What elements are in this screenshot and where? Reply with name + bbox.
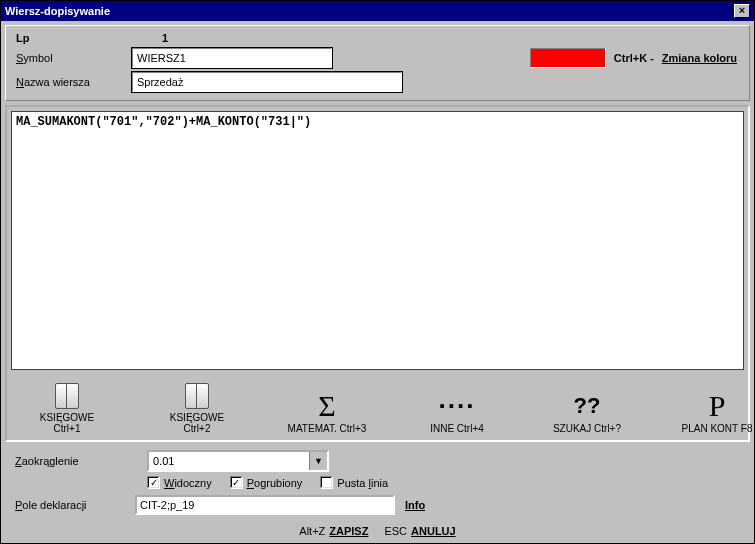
action-bar: Alt+Z ZAPISZ ESC ANULUJ (1, 517, 754, 543)
dots-icon: ···· (439, 391, 476, 421)
toolbar-label: KSIĘGOWE Ctrl+2 (155, 412, 239, 434)
save-shortcut: Alt+Z (299, 525, 325, 537)
cancel-button[interactable]: ANULUJ (411, 525, 456, 537)
ctrl-k-label: Ctrl+K - (614, 52, 654, 64)
save-button[interactable]: ZAPISZ (329, 525, 368, 537)
bold-checkbox[interactable]: ✓ Pogrubiony (230, 476, 303, 489)
editor-panel: MA_SUMAKONT("701","702")+MA_KONTO("731|"… (5, 105, 750, 442)
question-icon: ?? (574, 391, 601, 421)
toolbar-button-3[interactable]: ····INNE Ctrl+4 (415, 391, 499, 434)
letter-p-icon: P (709, 391, 726, 421)
rounding-input[interactable] (149, 452, 309, 470)
color-swatch[interactable] (530, 48, 606, 68)
window: Wiersz-dopisywanie × Lp 1 Symbol Nazwa w… (0, 0, 755, 544)
book-icon (54, 380, 80, 410)
sigma-icon: Σ (318, 391, 335, 421)
toolbar-label: SZUKAJ Ctrl+? (553, 423, 621, 434)
rounding-label: Zaokrąglenie (15, 455, 125, 467)
toolbar-button-0[interactable]: KSIĘGOWE Ctrl+1 (25, 380, 109, 434)
toolbar-label: KSIĘGOWE Ctrl+1 (25, 412, 109, 434)
toolbar: KSIĘGOWE Ctrl+1KSIĘGOWE Ctrl+2ΣMATEMAT. … (7, 376, 748, 440)
checkbox-box: ✓ (147, 476, 160, 489)
toolbar-label: MATEMAT. Ctrl+3 (288, 423, 367, 434)
checkbox-box (320, 476, 333, 489)
declaration-label: Pole deklaracji (15, 499, 125, 511)
lp-label: Lp (16, 32, 126, 44)
close-button[interactable]: × (734, 4, 750, 18)
row-name-input[interactable] (132, 72, 402, 92)
info-link[interactable]: Info (405, 499, 425, 511)
emptyline-label: Pusta linia (337, 477, 388, 489)
toolbar-button-4[interactable]: ??SZUKAJ Ctrl+? (545, 391, 629, 434)
header-panel: Lp 1 Symbol Nazwa wiersza Ctrl+K - Zmian… (5, 25, 750, 101)
checkbox-box: ✓ (230, 476, 243, 489)
symbol-label: Symbol (16, 52, 126, 64)
chevron-down-icon[interactable]: ▼ (309, 452, 327, 470)
window-title: Wiersz-dopisywanie (5, 5, 110, 17)
titlebar: Wiersz-dopisywanie × (1, 1, 754, 21)
formula-editor[interactable]: MA_SUMAKONT("701","702")+MA_KONTO("731|"… (11, 111, 744, 370)
visible-label: Widoczny (164, 477, 212, 489)
toolbar-button-5[interactable]: PPLAN KONT F8 (675, 391, 755, 434)
visible-checkbox[interactable]: ✓ Widoczny (147, 476, 212, 489)
bold-label: Pogrubiony (247, 477, 303, 489)
toolbar-button-2[interactable]: ΣMATEMAT. Ctrl+3 (285, 391, 369, 434)
symbol-input[interactable] (132, 48, 332, 68)
book-icon (184, 380, 210, 410)
options-panel: Zaokrąglenie ▼ ✓ Widoczny ✓ Pogrubiony P… (5, 446, 750, 517)
lp-value: 1 (162, 32, 168, 44)
row-name-label: Nazwa wiersza (16, 76, 126, 88)
toolbar-label: PLAN KONT F8 (682, 423, 753, 434)
toolbar-label: INNE Ctrl+4 (430, 423, 484, 434)
cancel-shortcut: ESC (384, 525, 407, 537)
declaration-input[interactable] (135, 495, 395, 515)
change-color-link[interactable]: Zmiana koloru (662, 52, 737, 64)
rounding-dropdown[interactable]: ▼ (147, 450, 329, 472)
toolbar-button-1[interactable]: KSIĘGOWE Ctrl+2 (155, 380, 239, 434)
emptyline-checkbox[interactable]: Pusta linia (320, 476, 388, 489)
